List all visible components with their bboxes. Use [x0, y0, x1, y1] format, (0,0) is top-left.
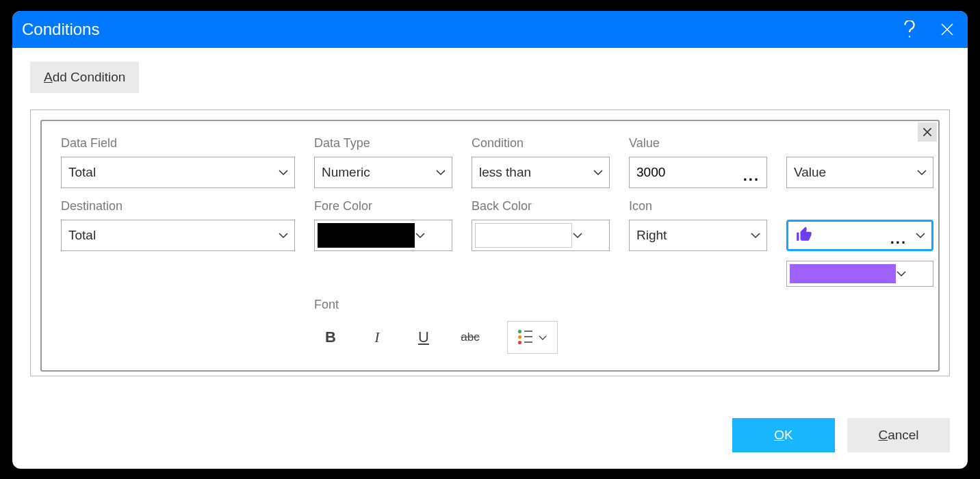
data-type-select[interactable]: Numeric [314, 157, 452, 188]
data-field-value: Total [68, 165, 96, 180]
chevron-down-icon [538, 331, 547, 344]
add-condition-button[interactable]: Add Condition [30, 62, 139, 93]
destination-select[interactable]: Total [61, 220, 295, 251]
value-input[interactable]: 3000 ... [629, 157, 767, 188]
chevron-down-icon [278, 232, 289, 239]
close-button[interactable] [927, 11, 968, 48]
condition-select[interactable]: less than [472, 157, 610, 188]
label-icon: Icon [629, 199, 767, 216]
dialog-body: Add Condition Data Field Total [12, 48, 968, 469]
dialog-footer: OK Cancel [732, 418, 950, 452]
font-toolbar: B I U abc [314, 321, 558, 354]
chevron-down-icon [750, 232, 761, 239]
list-bullets-icon [518, 330, 532, 345]
chevron-down-icon [415, 232, 426, 239]
value-ellipsis-button[interactable]: ... [743, 167, 760, 185]
compare-mode-value: Value [794, 165, 826, 180]
icon-color-select[interactable] [786, 261, 933, 287]
condition-card: Data Field Total Data Type Num [40, 120, 940, 372]
cancel-button[interactable]: Cancel [847, 418, 950, 452]
icon-picker[interactable]: ... [786, 220, 933, 251]
chevron-down-icon [593, 169, 604, 176]
destination-value: Total [68, 228, 96, 243]
fore-color-swatch [318, 223, 415, 248]
strikethrough-button[interactable]: abc [461, 325, 480, 350]
fore-color-select[interactable] [314, 220, 452, 251]
back-color-swatch [475, 223, 572, 248]
data-type-value: Numeric [322, 165, 370, 180]
svg-point-0 [909, 36, 910, 37]
label-data-field: Data Field [61, 136, 295, 153]
icon-position-select[interactable]: Right [629, 220, 767, 251]
condition-value: less than [479, 165, 531, 180]
label-destination: Destination [61, 199, 295, 216]
chevron-down-icon [435, 169, 446, 176]
label-back-color: Back Color [472, 199, 610, 216]
chevron-down-icon [916, 169, 927, 176]
dialog-title: Conditions [22, 20, 99, 39]
chevron-down-icon [572, 232, 583, 239]
underline-button[interactable]: U [414, 325, 433, 350]
label-font: Font [314, 298, 558, 314]
thumbs-up-icon [794, 225, 814, 246]
chevron-down-icon [896, 270, 907, 277]
label-value: Value [629, 136, 767, 153]
label-data-type: Data Type [314, 136, 452, 153]
help-button[interactable] [892, 11, 927, 48]
titlebar: Conditions [12, 11, 968, 48]
add-condition-label-tail: dd Condition [53, 70, 126, 84]
remove-condition-button[interactable] [918, 122, 937, 142]
compare-mode-select[interactable]: Value [786, 157, 933, 188]
italic-button[interactable]: I [368, 325, 387, 350]
icon-ellipsis-button[interactable]: ... [890, 230, 907, 248]
conditions-dialog: Conditions Add Condition [12, 11, 968, 469]
icon-color-swatch [790, 264, 896, 283]
chevron-down-icon [915, 232, 926, 239]
data-field-select[interactable]: Total [61, 157, 295, 188]
label-fore-color: Fore Color [314, 199, 452, 216]
icon-position-value: Right [636, 228, 667, 243]
conditions-list: Data Field Total Data Type Num [30, 109, 950, 376]
back-color-select[interactable] [472, 220, 610, 251]
label-condition: Condition [472, 136, 610, 153]
value-text: 3000 [636, 165, 665, 180]
chevron-down-icon [278, 169, 289, 176]
ok-button[interactable]: OK [732, 418, 835, 452]
bold-button[interactable]: B [321, 325, 340, 350]
font-list-dropdown[interactable] [507, 321, 558, 354]
